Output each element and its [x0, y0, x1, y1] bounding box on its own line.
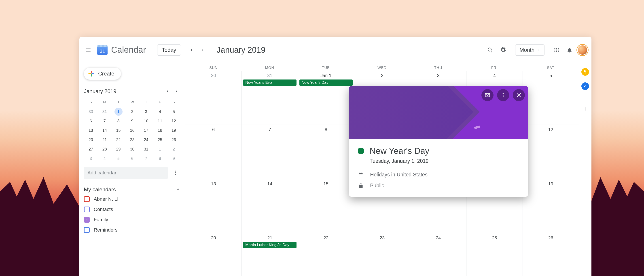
mini-day-cell[interactable]: 22 [112, 135, 126, 144]
mini-day-cell[interactable]: 30 [84, 107, 98, 116]
day-cell[interactable]: 25 [466, 233, 522, 276]
mini-day-cell[interactable]: 9 [126, 116, 139, 126]
email-event-button[interactable] [482, 89, 494, 101]
mini-day-cell[interactable]: 11 [153, 116, 167, 126]
mini-day-cell[interactable]: 4 [153, 107, 167, 116]
mini-day-cell[interactable]: 16 [126, 126, 139, 135]
next-period-button[interactable] [197, 45, 208, 55]
today-button[interactable]: Today [157, 44, 181, 56]
calendar-list-item[interactable]: Family [84, 217, 181, 223]
mini-day-cell[interactable]: 20 [84, 135, 98, 144]
notifications-button[interactable] [564, 45, 575, 55]
day-cell[interactable]: 12 [522, 125, 579, 179]
create-event-button[interactable]: Create [84, 68, 121, 80]
day-cell[interactable]: 21Martin Luther King Jr. Day [242, 233, 298, 276]
event-chip[interactable]: Martin Luther King Jr. Day [243, 242, 296, 248]
settings-button[interactable] [498, 45, 508, 55]
calendar-checkbox[interactable] [84, 207, 90, 212]
day-cell[interactable]: 23 [354, 233, 410, 276]
mini-day-cell[interactable]: 19 [167, 126, 181, 135]
day-cell[interactable]: 8 [298, 125, 354, 179]
mini-day-cell[interactable]: 31 [98, 107, 112, 116]
mini-day-cell[interactable]: 3 [139, 107, 153, 116]
mini-day-cell[interactable]: 5 [167, 107, 181, 116]
mini-day-cell[interactable]: 3 [84, 154, 98, 163]
mini-day-cell[interactable]: 24 [139, 135, 153, 144]
day-cell[interactable]: 20 [185, 233, 242, 276]
day-cell[interactable]: 6 [185, 125, 242, 179]
mini-day-cell[interactable]: 14 [98, 126, 112, 135]
mini-day-cell[interactable]: 31 [139, 144, 153, 154]
mini-day-cell[interactable]: 2 [126, 107, 139, 116]
mini-day-cell[interactable]: 7 [98, 116, 112, 126]
search-button[interactable] [485, 45, 496, 55]
day-cell[interactable]: 13 [185, 179, 242, 233]
mini-day-cell[interactable]: 1 [112, 107, 126, 116]
keep-addon-button[interactable] [582, 68, 589, 76]
day-cell[interactable]: 31New Year's Eve [242, 71, 298, 125]
day-cell[interactable]: 15 [298, 179, 354, 233]
day-cell[interactable]: Jan 1New Year's Day [298, 71, 354, 125]
mini-day-cell[interactable]: 27 [84, 144, 98, 154]
mini-day-cell[interactable]: 18 [153, 126, 167, 135]
mini-day-cell[interactable]: 8 [153, 154, 167, 163]
day-cell[interactable]: 14 [242, 179, 298, 233]
mini-day-cell[interactable]: 8 [112, 116, 126, 126]
mini-day-cell[interactable]: 23 [126, 135, 139, 144]
day-cell[interactable]: 30 [185, 71, 242, 125]
mini-day-cell[interactable]: 5 [112, 154, 126, 163]
event-chip[interactable]: New Year's Day [300, 80, 353, 86]
mini-day-cell[interactable]: 9 [167, 154, 181, 163]
account-avatar[interactable] [577, 45, 588, 55]
dow-cell: THU [410, 65, 466, 71]
calendar-checkbox[interactable] [84, 217, 90, 223]
mini-day-cell[interactable]: 10 [139, 116, 153, 126]
day-cell[interactable]: 5 [522, 71, 579, 125]
close-popup-button[interactable] [513, 89, 525, 101]
google-apps-button[interactable] [551, 45, 562, 55]
tasks-addon-button[interactable] [582, 82, 589, 90]
add-calendar-options-button[interactable] [170, 167, 181, 178]
view-selector[interactable]: Month [515, 44, 544, 56]
day-cell[interactable]: 7 [242, 125, 298, 179]
mini-day-cell[interactable]: 25 [153, 135, 167, 144]
mini-day-cell[interactable]: 29 [112, 144, 126, 154]
calendar-list-item[interactable]: Reminders [84, 227, 181, 233]
mini-day-cell[interactable]: 21 [98, 135, 112, 144]
my-calendars-section-header[interactable]: My calendars [84, 186, 181, 193]
mini-day-cell[interactable]: 15 [112, 126, 126, 135]
mini-day-cell[interactable]: 1 [153, 144, 167, 154]
app-logo: 31 [97, 45, 108, 55]
confetti-icon [474, 126, 480, 129]
day-cell[interactable]: 24 [410, 233, 466, 276]
day-cell[interactable]: 26 [522, 233, 579, 276]
day-cell[interactable]: 19 [522, 179, 579, 233]
prev-period-button[interactable] [186, 45, 196, 55]
mini-day-cell[interactable]: 26 [167, 135, 181, 144]
side-panel: ＋ [579, 63, 592, 276]
calendar-checkbox[interactable] [84, 196, 90, 202]
event-options-button[interactable] [497, 89, 509, 101]
calendar-list-item[interactable]: Contacts [84, 207, 181, 212]
calendar-checkbox[interactable] [84, 227, 90, 233]
more-vertical-icon [500, 92, 506, 98]
mini-day-cell[interactable]: 30 [126, 144, 139, 154]
mini-next-month-button[interactable] [173, 87, 181, 95]
add-calendar-input[interactable] [84, 167, 168, 179]
mini-day-cell[interactable]: 6 [84, 116, 98, 126]
mini-day-cell[interactable]: 6 [126, 154, 139, 163]
event-chip[interactable]: New Year's Eve [243, 80, 296, 86]
mini-day-cell[interactable]: 17 [139, 126, 153, 135]
mini-prev-month-button[interactable] [163, 87, 171, 95]
mini-day-cell[interactable]: 28 [98, 144, 112, 154]
mini-day-cell[interactable]: 4 [98, 154, 112, 163]
mini-day-cell[interactable]: 2 [167, 144, 181, 154]
day-cell[interactable]: 22 [298, 233, 354, 276]
mini-day-cell[interactable]: 13 [84, 126, 98, 135]
calendar-list-item[interactable]: Abner N. Li [84, 196, 181, 202]
mini-day-cell[interactable]: 7 [139, 154, 153, 163]
lock-icon [358, 183, 364, 189]
get-addons-button[interactable]: ＋ [582, 105, 589, 113]
main-menu-button[interactable] [83, 45, 94, 55]
mini-day-cell[interactable]: 12 [167, 116, 181, 126]
